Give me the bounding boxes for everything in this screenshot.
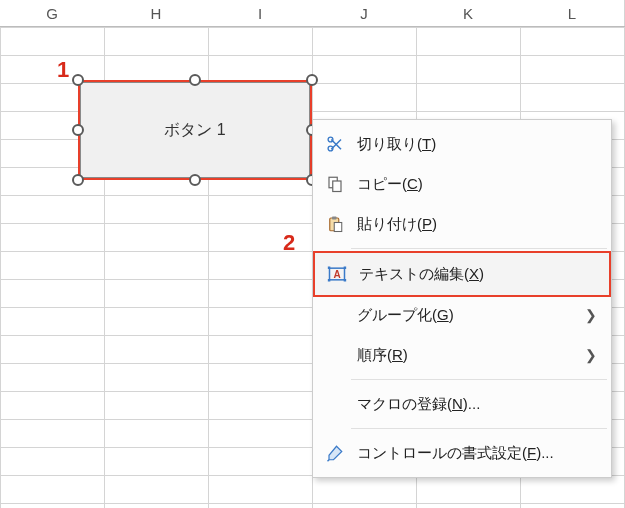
header-border [0,26,625,27]
col-header-K[interactable]: K [416,0,520,27]
form-button[interactable]: ボタン 1 [80,82,310,178]
paste-icon [321,215,349,233]
callout-1: 1 [57,57,69,83]
svg-text:A: A [333,269,340,280]
menu-copy-label: コピー(C) [349,175,597,194]
selection-handle[interactable] [72,74,84,86]
selection-handle[interactable] [72,174,84,186]
selection-handle[interactable] [72,124,84,136]
menu-macro[interactable]: マクロの登録(N)... [313,384,611,424]
svg-rect-6 [334,223,342,232]
svg-rect-8 [328,267,331,270]
grid-row-line [0,27,625,28]
menu-group[interactable]: グループ化(G) ❯ [313,295,611,335]
menu-group-label: グループ化(G) [349,306,585,325]
callout-2: 2 [283,230,295,256]
menu-cut[interactable]: 切り取り(T) [313,124,611,164]
form-button-label: ボタン 1 [164,120,225,141]
format-icon [321,444,349,462]
menu-macro-label: マクロの登録(N)... [349,395,597,414]
chevron-right-icon: ❯ [585,347,597,363]
grid-col-line [104,0,105,508]
copy-icon [321,175,349,193]
menu-separator [351,248,607,249]
grid-row-line [0,55,625,56]
chevron-right-icon: ❯ [585,307,597,323]
menu-format-label: コントロールの書式設定(F)... [349,444,597,463]
menu-copy[interactable]: コピー(C) [313,164,611,204]
selection-handle[interactable] [189,174,201,186]
menu-edit-text-label: テキストの編集(X) [351,265,595,284]
svg-rect-3 [333,181,341,192]
col-header-H[interactable]: H [104,0,208,27]
col-header-G[interactable]: G [0,0,104,27]
menu-format[interactable]: コントロールの書式設定(F)... [313,433,611,473]
col-header-J[interactable]: J [312,0,416,27]
menu-cut-label: 切り取り(T) [349,135,597,154]
selection-handle[interactable] [306,74,318,86]
menu-paste[interactable]: 貼り付け(P) [313,204,611,244]
svg-rect-10 [328,279,331,282]
menu-separator [351,428,607,429]
svg-rect-5 [332,217,337,220]
grid-col-line [0,0,1,508]
selection-handle[interactable] [189,74,201,86]
menu-order[interactable]: 順序(R) ❯ [313,335,611,375]
context-menu: 切り取り(T) コピー(C) 貼り付け(P) A テキストの編集(X) グループ… [312,119,612,478]
col-header-L[interactable]: L [520,0,624,27]
svg-rect-11 [344,279,347,282]
grid-col-line [208,0,209,508]
scissors-icon [321,135,349,153]
menu-order-label: 順序(R) [349,346,585,365]
svg-rect-9 [344,267,347,270]
menu-edit-text[interactable]: A テキストの編集(X) [313,251,611,297]
edit-text-icon: A [323,264,351,284]
grid-row-line [0,503,625,504]
col-header-I[interactable]: I [208,0,312,27]
menu-paste-label: 貼り付け(P) [349,215,597,234]
menu-separator [351,379,607,380]
